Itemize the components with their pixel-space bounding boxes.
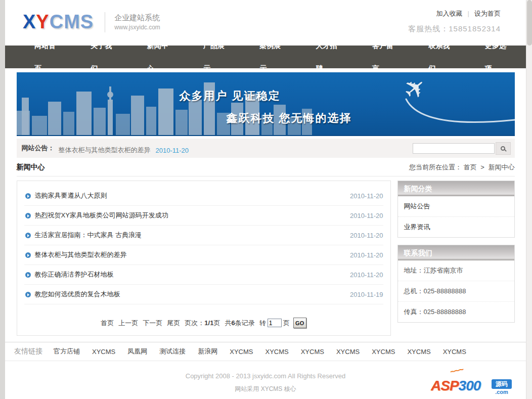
news-list-item: 教您如何选优质的复合木地板 2010-11-19 (24, 285, 383, 304)
news-link[interactable]: 整体衣柜与其他类型衣柜的差异 (35, 250, 127, 259)
friend-link[interactable]: XYCMS (92, 348, 115, 356)
news-list-item: 生活家宜居指南：中式家具 古典浪漫 2010-11-20 (24, 226, 383, 245)
pagination-first[interactable]: 首页 (101, 319, 114, 328)
go-button[interactable]: GO (293, 318, 306, 328)
search-icon (501, 146, 505, 151)
contact-fax: 传真：025-88888888 (398, 302, 514, 322)
asp300-text: ASP300 (431, 378, 480, 394)
logo-tagline: 企业建站系统 (114, 13, 160, 23)
contact-header: 联系我们 (398, 245, 514, 260)
hero-banner: 众多用户 见证稳定 鑫跃科技 您无悔的选择 ✈ (17, 72, 515, 136)
breadcrumb-current: 新闻中心 (489, 163, 515, 171)
sidebar-item-industry-news[interactable]: 业界资讯 (398, 217, 514, 237)
pagination-total: 共6条记录 (225, 319, 254, 328)
pagination: 首页 上一页 下一页 尾页 页次：1/1页 共6条记录 转 页 GO (24, 318, 383, 328)
bullet-arrow-icon (25, 252, 31, 258)
breadcrumb: 您当前所在位置： 首页 > 新闻中心 (409, 163, 514, 172)
friend-link[interactable]: 新浪网 (198, 347, 217, 356)
news-date: 2010-11-20 (350, 251, 383, 259)
news-date: 2010-11-20 (350, 271, 383, 279)
notice-bar: 网站公告： 整体衣柜与其他类型衣柜的差异 2010-11-20 (17, 139, 515, 158)
asp300-suffix: 源码 .com (492, 379, 512, 395)
friend-link[interactable]: XYCMS (372, 348, 395, 356)
bullet-arrow-icon (25, 272, 31, 278)
sidebar: 新闻分类 网站公告 业界资讯 联系我们 地址：江苏省南京市 总机：025-888… (397, 181, 515, 336)
news-category-header: 新闻分类 (398, 181, 514, 196)
vertical-scrollbar[interactable] (526, 0, 532, 399)
pagination-page-info: 页次：1/1页 (185, 319, 220, 328)
friend-link[interactable]: 官方店铺 (54, 347, 80, 356)
header-right: 加入收藏|设为首页 客服热线：15851852314 (408, 9, 501, 34)
contact-address: 地址：江苏省南京市 (398, 260, 514, 281)
logo-letter-y: Y (36, 11, 49, 32)
page-title: 新闻中心 (17, 163, 45, 172)
bullet-arrow-icon (25, 292, 31, 297)
scrollbar-thumb[interactable] (527, 0, 532, 46)
banner-slogan-line1: 众多用户 见证稳定 (180, 88, 281, 104)
logo-letters-cms: CMS (50, 11, 94, 32)
news-link[interactable]: 选购家具要遵从八大原则 (35, 191, 107, 200)
contrail-swoosh (302, 72, 515, 135)
search-area (413, 142, 511, 155)
top-links: 加入收藏|设为首页 (408, 9, 501, 18)
contact-phone: 总机：025-88888888 (398, 281, 514, 302)
bullet-arrow-icon (25, 233, 31, 238)
bullet-arrow-icon (25, 213, 31, 218)
add-favorite-link[interactable]: 加入收藏 (436, 10, 463, 17)
logo-text: XYCMS (23, 11, 94, 33)
set-homepage-link[interactable]: 设为首页 (474, 10, 501, 17)
breadcrumb-home-link[interactable]: 首页 (464, 163, 477, 171)
logo: XYCMS 企业建站系统 www.jsxyidc.com (23, 11, 160, 33)
search-input[interactable] (413, 143, 495, 154)
news-date: 2010-11-20 (350, 232, 383, 239)
breadcrumb-label: 您当前所在位置： (409, 163, 462, 171)
logo-website: www.jsxyidc.com (114, 23, 160, 31)
news-link[interactable]: 教你正确清洁养护石材地板 (35, 270, 114, 279)
friend-link[interactable]: XYCMS (407, 348, 430, 356)
goto-label: 转 (259, 319, 266, 328)
pagination-goto: 转 页 GO (259, 318, 306, 328)
news-list-panel: 选购家具要遵从八大原则 2010-11-20 热烈祝贺XY家具地板类公司网站源码… (17, 181, 391, 336)
logo-letter-x: X (23, 11, 36, 32)
friend-links-bar: 友情链接 官方店铺 XYCMS 凤凰网 测试连接 新浪网 XYCMS XYCMS… (5, 342, 526, 361)
friend-link[interactable]: 凤凰网 (127, 347, 147, 356)
news-list-item: 选购家具要遵从八大原则 2010-11-20 (24, 186, 383, 206)
hotline-label: 客服热线： (408, 24, 449, 33)
friend-link[interactable]: XYCMS (336, 348, 360, 356)
asp300-com: .com (492, 389, 512, 395)
contact-panel: 联系我们 地址：江苏省南京市 总机：025-88888888 传真：025-88… (397, 245, 515, 323)
service-hotline: 客服热线：15851852314 (408, 24, 501, 34)
notice-date: 2010-11-20 (156, 147, 189, 154)
search-button[interactable] (496, 142, 511, 155)
friend-links-label: 友情链接 (14, 347, 42, 356)
friend-link[interactable]: 测试连接 (159, 347, 186, 356)
asp300-logo: ~~~ ASP300 源码 .com (431, 369, 512, 395)
bullet-arrow-icon (25, 193, 31, 199)
breadcrumb-separator: > (480, 163, 484, 171)
content-area: 选购家具要遵从八大原则 2010-11-20 热烈祝贺XY家具地板类公司网站源码… (17, 181, 515, 336)
news-link[interactable]: 生活家宜居指南：中式家具 古典浪漫 (35, 231, 142, 240)
site-header: XYCMS 企业建站系统 www.jsxyidc.com 加入收藏|设为首页 客… (5, 0, 526, 46)
logo-divider (105, 12, 105, 32)
goto-page-input[interactable] (268, 319, 282, 327)
pagination-prev[interactable]: 上一页 (118, 319, 138, 328)
pagination-last[interactable]: 尾页 (167, 319, 180, 328)
friend-link[interactable]: XYCMS (265, 348, 288, 356)
main-nav: 网站首页 关于我们 新闻中心 产品展示 案例展示 人才招聘 客户留言 联系我们 … (5, 46, 526, 68)
sidebar-item-announcements[interactable]: 网站公告 (398, 196, 514, 217)
news-date: 2010-11-20 (350, 212, 383, 219)
news-list-item: 热烈祝贺XY家具地板类公司网站源码开发成功 2010-11-20 (24, 206, 383, 226)
top-links-divider: | (468, 10, 469, 17)
friend-link[interactable]: XYCMS (301, 348, 324, 356)
hotline-number: 15851852314 (449, 24, 501, 33)
asp300-cn-badge: 源码 (492, 379, 512, 389)
news-list-item: 整体衣柜与其他类型衣柜的差异 2010-11-20 (24, 245, 383, 265)
friend-link[interactable]: XYCMS (230, 348, 253, 356)
friend-link[interactable]: XYCMS (443, 348, 466, 356)
section-title-row: 新闻中心 您当前所在位置： 首页 > 新闻中心 (17, 163, 515, 176)
news-link[interactable]: 教您如何选优质的复合木地板 (35, 290, 120, 299)
logo-subtitle: 企业建站系统 www.jsxyidc.com (114, 13, 160, 31)
pagination-next[interactable]: 下一页 (143, 319, 162, 328)
news-link[interactable]: 热烈祝贺XY家具地板类公司网站源码开发成功 (35, 211, 168, 220)
notice-link[interactable]: 整体衣柜与其他类型衣柜的差异 (59, 146, 151, 155)
